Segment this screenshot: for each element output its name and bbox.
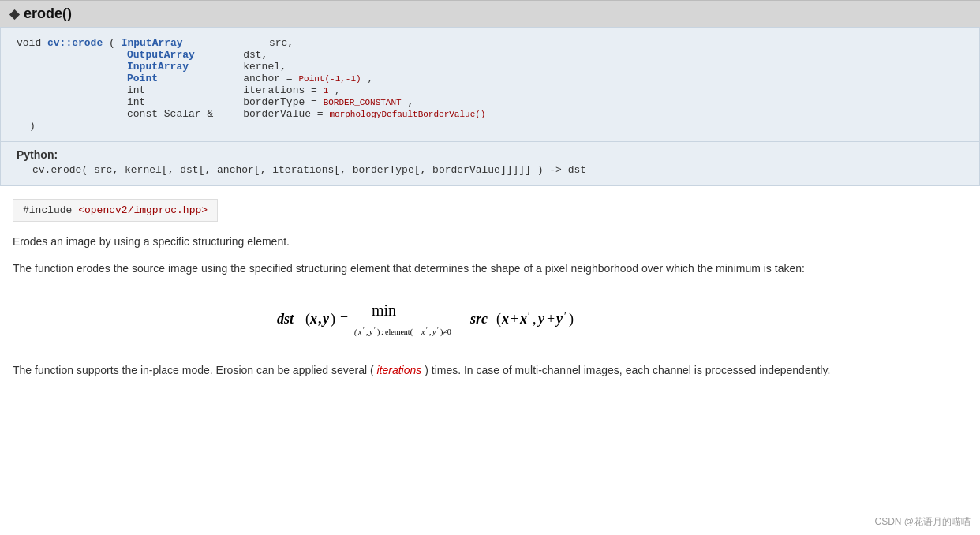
svg-text:): ) — [331, 311, 335, 327]
class-name: cv::erode — [47, 37, 103, 49]
footer: CSDN @花语月的喵喵 — [874, 515, 971, 529]
svg-text:x: x — [309, 311, 317, 327]
svg-text:y: y — [555, 311, 563, 327]
svg-text:dst: dst — [277, 311, 294, 327]
svg-text:′: ′ — [564, 310, 567, 321]
svg-text:′: ′ — [363, 327, 365, 334]
param-type-anchor: Point — [127, 73, 219, 84]
svg-text:+: + — [547, 311, 555, 327]
include-keyword: #include — [23, 204, 78, 216]
svg-text:,: , — [366, 327, 368, 336]
svg-text:(: ( — [354, 327, 357, 337]
svg-text:y: y — [432, 327, 436, 336]
function-name: erode() — [24, 6, 72, 22]
svg-text:=: = — [340, 311, 348, 327]
param-name-anchor: anchor = Point(-1,-1) , — [243, 73, 485, 84]
svg-text:+: + — [511, 311, 518, 327]
python-label: Python: — [17, 148, 963, 161]
svg-text:x: x — [501, 311, 509, 327]
svg-text:y: y — [368, 327, 373, 336]
svg-text:(: ( — [496, 311, 501, 327]
svg-text:′: ′ — [426, 327, 428, 334]
svg-text:y: y — [537, 311, 545, 327]
svg-text:′: ′ — [528, 310, 530, 321]
param-name-1: src, — [269, 37, 294, 49]
param-row-anchor: Point anchor = Point(-1,-1) , — [17, 73, 485, 84]
param-type-kernel: InputArray — [127, 61, 219, 73]
svg-text:′: ′ — [374, 327, 376, 334]
svg-text:′: ′ — [437, 327, 439, 334]
bullet-icon: ◆ — [9, 6, 19, 21]
svg-text:): ) — [569, 311, 574, 327]
python-code: cv.erode( src, kernel[, dst[, anchor[, i… — [17, 164, 963, 176]
param-row-kernel: InputArray kernel, — [17, 61, 485, 73]
svg-text:x: x — [357, 327, 362, 336]
param-row-bordertype: int borderType = BORDER_CONSTANT , — [17, 96, 485, 108]
svg-text:): ) — [377, 327, 380, 337]
include-box: #include <opencv2/imgproc.hpp> — [13, 199, 218, 222]
param-name-bordertype: borderType = BORDER_CONSTANT , — [243, 96, 485, 108]
description-support: The function supports the in-place mode.… — [13, 361, 967, 379]
signature-closing: ) — [17, 120, 963, 132]
function-title: ◆ erode() — [0, 0, 980, 27]
param-type-bordertype: int — [127, 96, 219, 108]
param-type-1: InputArray — [122, 37, 183, 49]
formula-container: dst ( x , y ) = min ( x ′ , y ′ ) : elem… — [13, 290, 967, 349]
svg-text:,: , — [533, 311, 537, 327]
param-row-dst: OutputArray dst, — [17, 49, 485, 61]
param-name-kernel: kernel, — [243, 61, 485, 73]
description-long: The function erodes the source image usi… — [13, 260, 967, 277]
signature-box: void cv::erode ( InputArray src, OutputA… — [0, 27, 980, 142]
svg-text:src: src — [469, 311, 488, 327]
param-type-bordervalue: const Scalar & — [127, 108, 219, 120]
description-short: Erodes an image by using a specific stru… — [13, 233, 967, 250]
svg-text:x: x — [421, 327, 425, 336]
svg-text::: : — [381, 327, 383, 336]
param-row-bordervalue: const Scalar & borderValue = morphologyD… — [17, 108, 485, 120]
svg-text:x: x — [519, 311, 527, 327]
svg-text:min: min — [372, 301, 396, 319]
param-name-bordervalue: borderValue = morphologyDefaultBorderVal… — [243, 108, 485, 120]
iterations-highlight: iterations — [377, 364, 422, 376]
python-section: Python: cv.erode( src, kernel[, dst[, an… — [0, 142, 980, 186]
svg-text:,: , — [429, 327, 432, 336]
svg-text:)≠0: )≠0 — [440, 327, 451, 337]
param-type-dst: OutputArray — [127, 49, 219, 61]
param-type-iterations: int — [127, 84, 219, 96]
page-container: ◆ erode() void cv::erode ( InputArray sr… — [0, 0, 980, 401]
svg-text:element(: element( — [385, 327, 413, 337]
param-name-iterations: iterations = 1 , — [243, 84, 485, 96]
param-name-dst: dst, — [243, 49, 485, 61]
include-path: <opencv2/imgproc.hpp> — [78, 204, 208, 216]
content-area: #include <opencv2/imgproc.hpp> Erodes an… — [0, 186, 980, 401]
svg-text:,: , — [318, 311, 322, 327]
param-row-iterations: int iterations = 1 , — [17, 84, 485, 96]
svg-text:y: y — [321, 311, 330, 327]
signature-params: OutputArray dst, InputArray kernel, Poin… — [17, 49, 485, 120]
math-formula: dst ( x , y ) = min ( x ′ , y ′ ) : elem… — [269, 290, 711, 346]
signature-first-line: void cv::erode ( InputArray src, — [17, 37, 963, 49]
return-type: void — [17, 37, 47, 49]
